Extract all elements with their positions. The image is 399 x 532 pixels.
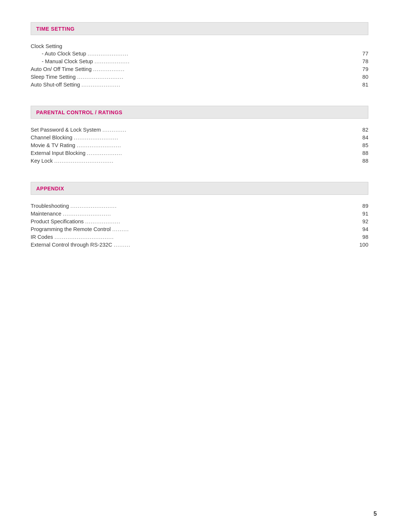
toc-entry-dots: ................... — [87, 150, 361, 156]
toc-entry-dots: ......... — [114, 242, 358, 248]
toc-entry-page: 94 — [362, 226, 368, 232]
toc-entry-dots: ................................ — [54, 158, 361, 164]
toc-entry-label: Sleep Time Setting — [31, 74, 76, 80]
toc-entry: External Input Blocking.................… — [31, 150, 368, 156]
toc-entry-label: Set Password & Lock System — [31, 127, 101, 133]
toc-entry-label: Programming the Remote Control — [31, 226, 111, 232]
toc-entry-dots: ......................... — [70, 203, 361, 209]
toc-entry-page: 79 — [362, 66, 368, 72]
toc-entry-label: Troubleshooting — [31, 203, 69, 209]
toc-entry: Programming the Remote Control.........9… — [31, 226, 368, 232]
section-header-parental-control: PARENTAL CONTROL / RATINGS — [31, 106, 368, 119]
section-appendix: APPENDIXTroubleshooting.................… — [31, 182, 368, 251]
toc-entry-page: 77 — [362, 51, 368, 57]
toc-entry-label: Auto Shut-off Setting — [31, 82, 80, 88]
toc-entry: Movie & TV Rating.......................… — [31, 142, 368, 148]
toc-entry-dots: ............. — [102, 127, 361, 133]
toc-entry-label: IR Codes — [31, 234, 53, 240]
section-title-appendix: APPENDIX — [36, 186, 64, 192]
toc-entry-label: Key Lock — [31, 158, 53, 164]
toc-entry-dots: ................... — [95, 58, 361, 64]
toc-entry-label: External Input Blocking — [31, 150, 85, 156]
section-header-appendix: APPENDIX — [31, 182, 368, 195]
toc-entry-page: 80 — [362, 74, 368, 80]
toc-entry-page: 100 — [359, 242, 368, 248]
section-title-parental-control: PARENTAL CONTROL / RATINGS — [36, 109, 122, 115]
toc-entry-page: 85 — [362, 142, 368, 148]
toc-entry: Product Specifications..................… — [31, 218, 368, 224]
toc-entry-label: Auto On/ Off Time Setting — [31, 66, 92, 72]
toc-entry-dots: ......... — [112, 226, 361, 232]
toc-entry: Auto Shut-off Setting...................… — [31, 82, 368, 88]
section-content-parental-control: Set Password & Lock System.............8… — [31, 125, 368, 167]
toc-entry-page: 92 — [362, 218, 368, 224]
toc-entry-page: 84 — [362, 135, 368, 140]
toc-entry-label: Movie & TV Rating — [31, 142, 75, 148]
toc-entry-page: 89 — [362, 203, 368, 209]
section-title-time-setting: TIME SETTING — [36, 26, 75, 32]
toc-entry-dots: ................... — [85, 218, 361, 224]
toc-entry-dots: ................................ — [54, 234, 361, 240]
toc-entry-dots: ........................ — [77, 142, 361, 148]
toc-entry-page: 82 — [362, 127, 368, 133]
section-header-time-setting: TIME SETTING — [31, 22, 368, 35]
page-content: TIME SETTINGClock Setting- Auto Clock Se… — [31, 22, 368, 251]
toc-group-label: Clock Setting — [31, 43, 368, 49]
section-content-time-setting: Clock Setting- Auto Clock Setup.........… — [31, 42, 368, 91]
toc-entry: - Manual Clock Setup...................7… — [31, 58, 368, 64]
toc-entry: Auto On/ Off Time Setting...............… — [31, 66, 368, 72]
toc-entry-page: 91 — [362, 211, 368, 217]
toc-entry-label: Product Specifications — [31, 218, 83, 224]
toc-entry: - Auto Clock Setup......................… — [31, 51, 368, 57]
toc-entry-dots: ................. — [93, 66, 361, 72]
toc-entry-label: External Control through RS-232C — [31, 242, 112, 248]
toc-entry-label: Channel Blocking — [31, 135, 72, 140]
toc-entry-dots: ...................... — [88, 51, 361, 57]
toc-entry-dots: ..................... — [82, 82, 361, 88]
toc-entry-dots: .......................... — [63, 211, 361, 217]
toc-entry-dots: ........................ — [74, 135, 361, 140]
toc-entry-page: 81 — [362, 82, 368, 88]
toc-entry: Key Lock................................… — [31, 158, 368, 164]
toc-entry-page: 88 — [362, 158, 368, 164]
toc-entry-page: 98 — [362, 234, 368, 240]
toc-entry: Set Password & Lock System.............8… — [31, 127, 368, 133]
toc-entry-page: 78 — [362, 58, 368, 64]
toc-entry: Troubleshooting.........................… — [31, 203, 368, 209]
toc-entry: Sleep Time Setting......................… — [31, 74, 368, 80]
toc-entry: Maintenance..........................91 — [31, 211, 368, 217]
toc-entry-label: - Manual Clock Setup — [42, 58, 93, 64]
toc-entry-dots: ......................... — [77, 74, 361, 80]
toc-entry-label: - Auto Clock Setup — [42, 51, 86, 57]
section-time-setting: TIME SETTINGClock Setting- Auto Clock Se… — [31, 22, 368, 91]
toc-entry: Channel Blocking........................… — [31, 135, 368, 140]
toc-entry: IR Codes................................… — [31, 234, 368, 240]
toc-entry-label: Maintenance — [31, 211, 61, 217]
toc-entry: External Control through RS-232C........… — [31, 242, 368, 248]
section-content-appendix: Troubleshooting.........................… — [31, 201, 368, 251]
page-number-corner: 5 — [374, 511, 377, 517]
toc-entry-page: 88 — [362, 150, 368, 156]
section-parental-control: PARENTAL CONTROL / RATINGSSet Password &… — [31, 106, 368, 167]
